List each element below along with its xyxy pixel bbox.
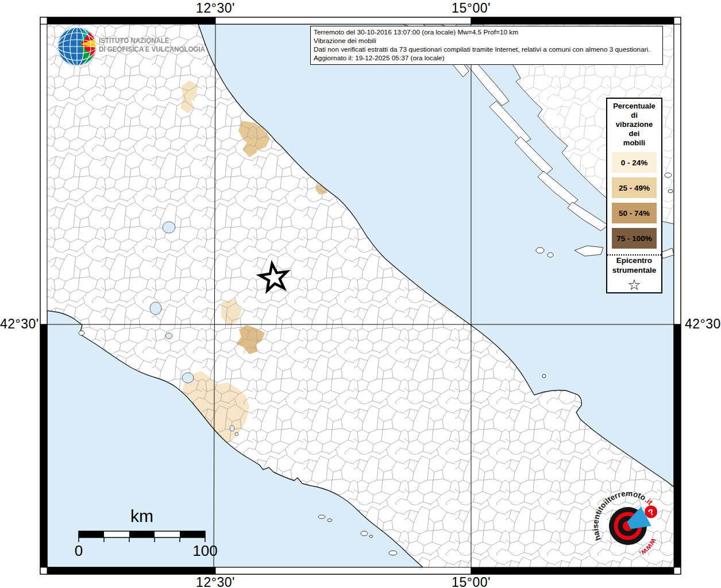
legend-epicenter-label: Epicentro — [616, 256, 652, 265]
legend-epicenter-label: strumentale — [612, 265, 657, 275]
scale-start-label: 0 — [56, 542, 102, 560]
coord-label-top-right: 15°00' — [431, 1, 511, 16]
legend-swatch-25-49: 25 - 49% — [612, 177, 657, 198]
scale-end-label: 100 — [182, 542, 228, 560]
coord-label-right: 42°30' — [685, 316, 720, 332]
info-line-source: Dati non verificati estratti da 73 quest… — [314, 45, 660, 54]
legend-title-line: dei — [629, 129, 640, 138]
coord-label-left: 42°30' — [0, 316, 36, 332]
info-line-event: Terremoto del 30-10-2016 13:07:00 (ora l… — [314, 28, 660, 37]
star-outline-icon: ☆ — [627, 277, 641, 292]
legend-swatch-50-74: 50 - 74% — [612, 203, 657, 223]
legend-title-line: di — [631, 111, 638, 120]
legend-title-line: mobili — [623, 138, 645, 148]
shakemap-canvas: ? haisentitoilterremoto .it www. — [0, 0, 721, 588]
scale-unit-label: km — [107, 506, 176, 526]
info-line-map-type: Vibrazione dei mobili — [314, 37, 660, 45]
ingv-institute-name: ISTITUTO NAZIONALE DI GEOFISICA E VULCAN… — [99, 37, 205, 54]
legend-box: Percentuale di vibrazione dei mobili 0 -… — [606, 98, 662, 293]
hsit-map-page: ? haisentitoilterremoto .it www. — [0, 0, 721, 588]
coord-label-bottom-right: 15°00' — [431, 575, 511, 588]
earthquake-info-box: Terremoto del 30-10-2016 13:07:00 (ora l… — [310, 26, 663, 65]
legend-swatch-75-100: 75 - 100% — [612, 228, 657, 249]
legend-swatch-0-24: 0 - 24% — [612, 152, 657, 173]
coord-label-top-left: 12°30' — [175, 1, 256, 16]
info-line-updated: Aggiornato il: 19-12-2025 05:37 (ora loc… — [314, 54, 660, 63]
legend-title-line: Percentuale — [613, 102, 656, 111]
coord-label-bottom-left: 12°30' — [175, 575, 256, 588]
legend-title-line: vibrazione — [616, 120, 653, 129]
ingv-name-line2: DI GEOFISICA E VULCANOLOGIA — [99, 45, 205, 54]
ingv-name-line1: ISTITUTO NAZIONALE — [99, 37, 205, 45]
